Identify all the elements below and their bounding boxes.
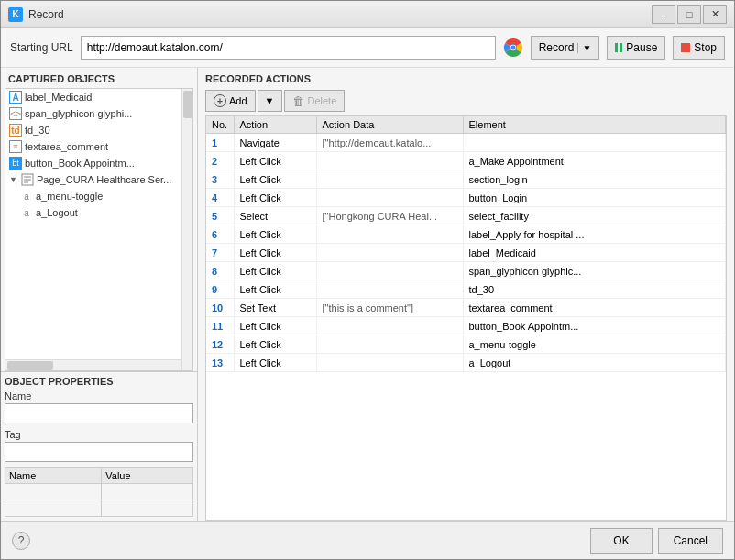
right-panel: RECORDED ACTIONS + Add ▼ 🗑 Delete No. — [198, 68, 734, 521]
add-dropdown-button[interactable]: ▼ — [258, 90, 283, 112]
tag-input[interactable] — [5, 442, 193, 462]
minimize-button[interactable]: – — [652, 5, 675, 24]
cancel-button[interactable]: Cancel — [658, 528, 723, 554]
h-scrollbar-thumb — [7, 361, 53, 370]
name-col-header: Name — [5, 468, 102, 484]
add-button[interactable]: + Add — [205, 90, 256, 112]
left-panel: CAPTURED OBJECTS A label_Medicaid <> spa… — [1, 68, 198, 521]
tree-item-textarea[interactable]: ≡ textarea_comment — [5, 138, 192, 155]
recorded-actions-title: RECORDED ACTIONS — [198, 68, 734, 88]
expand-arrow[interactable]: ▼ — [9, 175, 17, 184]
help-button[interactable]: ? — [12, 532, 30, 550]
tree-item-a-menu-toggle[interactable]: a a_menu-toggle — [5, 188, 192, 204]
value-col-header: Value — [102, 468, 193, 484]
toolbar: Starting URL Record ▼ Pause — [1, 28, 734, 68]
tree-item-td30[interactable]: td td_30 — [5, 122, 192, 138]
starting-url-label: Starting URL — [10, 41, 73, 54]
col-element-header: Element — [463, 116, 726, 134]
window-title: Record — [28, 8, 652, 21]
maximize-button[interactable]: □ — [677, 5, 701, 24]
table-row[interactable]: 2 Left Click a_Make Appointment — [206, 152, 726, 170]
object-properties: OBJECT PROPERTIES Name Tag Name Value — [1, 371, 197, 521]
table-row[interactable] — [5, 500, 193, 517]
col-no-header: No. — [206, 116, 234, 134]
textarea-icon: ≡ — [9, 140, 22, 153]
a-icon: a — [20, 206, 33, 219]
delete-icon: 🗑 — [292, 94, 304, 108]
tree-item-label: a_Logout — [36, 207, 78, 218]
table-row[interactable]: 10 Set Text ["this is a comment"] textar… — [206, 299, 726, 317]
ok-button[interactable]: OK — [590, 528, 652, 554]
main-content: CAPTURED OBJECTS A label_Medicaid <> spa… — [1, 68, 734, 521]
actions-table: No. Action Action Data Element 1 Navigat… — [206, 116, 726, 372]
table-row[interactable]: 3 Left Click section_login — [206, 170, 726, 189]
tree-item-label: textarea_comment — [25, 141, 108, 152]
table-row[interactable]: 7 Left Click label_Medicaid — [206, 244, 726, 262]
table-row[interactable] — [5, 484, 193, 500]
title-bar: K Record – □ ✕ — [1, 1, 734, 28]
captured-objects-title: CAPTURED OBJECTS — [1, 68, 197, 88]
name-label: Name — [5, 390, 193, 401]
tree-scroll[interactable]: A label_Medicaid <> span_glyphicon glyph… — [5, 89, 192, 370]
tree-item-page-cura[interactable]: ▼ Page_CURA Healthcare Ser... — [5, 171, 192, 188]
tree-area: A label_Medicaid <> span_glyphicon glyph… — [5, 88, 193, 371]
url-input[interactable] — [81, 36, 496, 60]
bt-icon: bt — [9, 157, 22, 170]
record-label: Record — [539, 41, 575, 54]
pause-label: Pause — [626, 41, 657, 54]
td-icon: td — [9, 124, 22, 137]
v-scrollbar[interactable] — [181, 89, 192, 370]
tree-item-a-logout[interactable]: a a_Logout — [5, 204, 192, 221]
add-icon: + — [214, 94, 226, 107]
tree-item-label: Page_CURA Healthcare Ser... — [37, 174, 171, 185]
table-header-row: No. Action Action Data Element — [206, 116, 726, 134]
table-row[interactable]: 9 Left Click td_30 — [206, 280, 726, 299]
tree-item-label: td_30 — [25, 125, 50, 136]
bottom-buttons: OK Cancel — [590, 528, 723, 554]
pause-button[interactable]: Pause — [607, 36, 665, 60]
pause-icon — [615, 43, 622, 52]
window-controls: – □ ✕ — [652, 5, 727, 24]
table-row[interactable]: 5 Select ["Hongkong CURA Heal... select_… — [206, 207, 726, 225]
a-icon: a — [20, 190, 33, 203]
record-button[interactable]: Record ▼ — [531, 36, 600, 60]
tree-item-label-medicaid[interactable]: A label_Medicaid — [5, 89, 192, 105]
table-row[interactable]: 6 Left Click label_Apply for hospital ..… — [206, 225, 726, 244]
tree-item-label: label_Medicaid — [25, 92, 92, 103]
table-row[interactable]: 4 Left Click button_Login — [206, 189, 726, 207]
actions-toolbar: + Add ▼ 🗑 Delete — [198, 88, 734, 115]
stop-label: Stop — [694, 41, 717, 54]
actions-table-area[interactable]: No. Action Action Data Element 1 Navigat… — [205, 115, 727, 521]
label-icon: A — [9, 91, 22, 104]
col-data-header: Action Data — [316, 116, 463, 134]
tag-label: Tag — [5, 429, 193, 440]
delete-button[interactable]: 🗑 Delete — [284, 90, 345, 112]
tree-item-label: span_glyphicon glyphi... — [25, 108, 132, 119]
tree-item-button[interactable]: bt button_Book Appointm... — [5, 155, 192, 171]
tag-field: Tag — [5, 429, 193, 462]
table-row[interactable]: 12 Left Click a_menu-toggle — [206, 335, 726, 354]
stop-button[interactable]: Stop — [673, 36, 725, 60]
table-row[interactable]: 13 Left Click a_Logout — [206, 354, 726, 372]
table-row[interactable]: 1 Navigate ["http://demoaut.katalo... — [206, 134, 726, 152]
span-icon: <> — [9, 107, 22, 120]
tree-item-label: a_menu-toggle — [36, 191, 103, 202]
name-field: Name — [5, 390, 193, 423]
table-row[interactable]: 11 Left Click button_Book Appointm... — [206, 317, 726, 335]
table-row[interactable]: 8 Left Click span_glyphicon glyphic... — [206, 262, 726, 280]
h-scrollbar[interactable] — [5, 359, 181, 370]
tree-item-span-glyphicon[interactable]: <> span_glyphicon glyphi... — [5, 105, 192, 122]
v-scrollbar-thumb — [183, 91, 192, 118]
tree-item-label: button_Book Appointm... — [25, 158, 135, 169]
main-window: K Record – □ ✕ Starting URL Record — [0, 0, 735, 560]
page-icon — [21, 173, 34, 186]
record-dropdown-arrow[interactable]: ▼ — [577, 43, 591, 53]
name-input[interactable] — [5, 403, 193, 423]
chrome-icon — [503, 38, 523, 58]
delete-label: Delete — [307, 95, 336, 106]
bottom-bar: ? OK Cancel — [1, 521, 734, 559]
col-action-header: Action — [234, 116, 316, 134]
close-button[interactable]: ✕ — [703, 5, 727, 24]
add-label: Add — [229, 95, 247, 106]
name-value-table: Name Value — [5, 467, 193, 517]
